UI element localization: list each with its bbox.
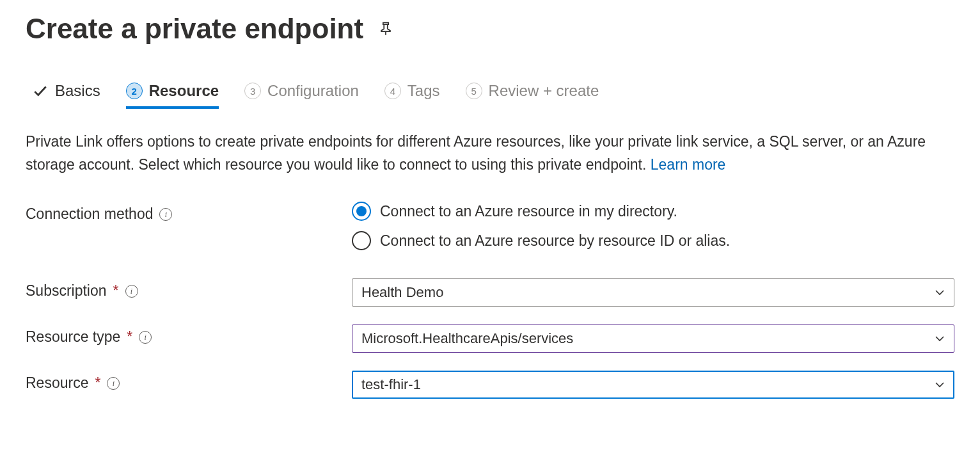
select-value: test-fhir-1 xyxy=(361,376,421,393)
resource-select[interactable]: test-fhir-1 xyxy=(352,371,954,399)
connection-method-radio-group: Connect to an Azure resource in my direc… xyxy=(352,202,954,250)
radio-icon xyxy=(352,202,371,221)
radio-label: Connect to an Azure resource by resource… xyxy=(380,232,730,250)
chevron-down-icon xyxy=(935,287,945,298)
tab-configuration[interactable]: 3 Configuration xyxy=(244,77,359,105)
description-text: Private Link offers options to create pr… xyxy=(26,133,926,173)
radio-connect-resource-id[interactable]: Connect to an Azure resource by resource… xyxy=(352,231,954,250)
pin-icon[interactable] xyxy=(379,22,393,36)
required-indicator: * xyxy=(113,282,119,300)
tab-description: Private Link offers options to create pr… xyxy=(26,131,947,176)
subscription-label: Subscription xyxy=(26,282,107,300)
page-title: Create a private endpoint xyxy=(26,13,363,45)
tab-resource[interactable]: 2 Resource xyxy=(126,77,219,105)
chevron-down-icon xyxy=(935,333,945,344)
select-value: Health Demo xyxy=(361,284,443,301)
info-icon[interactable]: i xyxy=(125,285,138,298)
tab-label: Review + create xyxy=(489,82,599,100)
tab-label: Basics xyxy=(55,82,100,100)
tab-number: 4 xyxy=(384,83,401,99)
svg-rect-0 xyxy=(383,22,388,24)
info-icon[interactable]: i xyxy=(139,331,152,344)
select-value: Microsoft.HealthcareApis/services xyxy=(361,330,573,347)
learn-more-link[interactable]: Learn more xyxy=(651,156,726,173)
required-indicator: * xyxy=(95,374,100,392)
connection-method-label: Connection method xyxy=(26,205,153,223)
tab-review-create[interactable]: 5 Review + create xyxy=(466,77,599,105)
tab-number: 2 xyxy=(126,83,143,99)
radio-icon xyxy=(352,231,371,250)
radio-label: Connect to an Azure resource in my direc… xyxy=(380,203,677,220)
resource-label: Resource xyxy=(26,374,88,392)
info-icon[interactable]: i xyxy=(107,377,120,390)
tab-number: 3 xyxy=(244,83,261,99)
subscription-select[interactable]: Health Demo xyxy=(352,278,954,307)
info-icon[interactable]: i xyxy=(159,208,172,221)
tab-tags[interactable]: 4 Tags xyxy=(384,77,440,105)
tab-basics[interactable]: Basics xyxy=(32,77,100,105)
tab-number: 5 xyxy=(466,83,482,99)
check-icon xyxy=(32,83,49,99)
chevron-down-icon xyxy=(935,380,945,390)
required-indicator: * xyxy=(127,328,132,346)
tab-label: Configuration xyxy=(267,82,359,100)
wizard-tabs: Basics 2 Resource 3 Configuration 4 Tags… xyxy=(26,77,954,105)
resource-type-select[interactable]: Microsoft.HealthcareApis/services xyxy=(352,325,954,353)
tab-label: Resource xyxy=(149,82,219,100)
tab-label: Tags xyxy=(407,82,440,100)
resource-type-label: Resource type xyxy=(26,328,120,346)
radio-connect-directory[interactable]: Connect to an Azure resource in my direc… xyxy=(352,202,954,221)
